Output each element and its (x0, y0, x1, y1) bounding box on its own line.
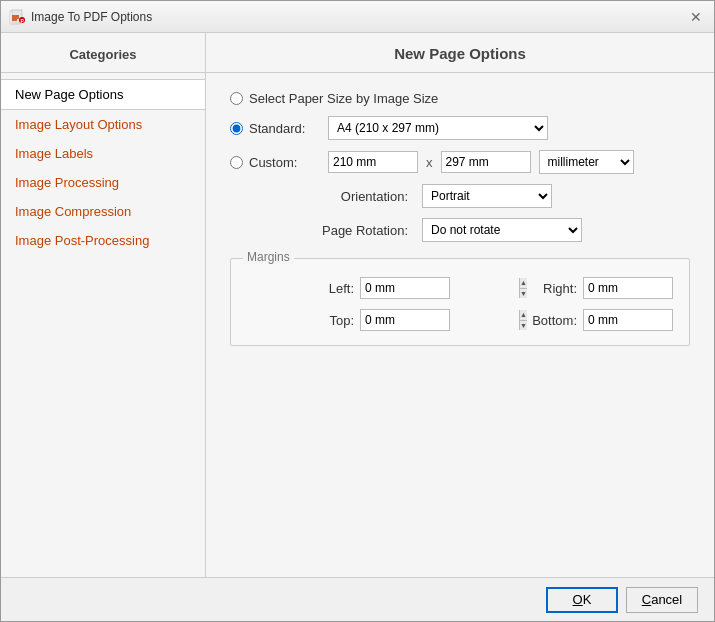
left-margin-input[interactable]: ▲ ▼ (360, 277, 450, 299)
standard-select[interactable]: A4 (210 x 297 mm) (328, 116, 548, 140)
window-title: Image To PDF Options (31, 10, 152, 24)
custom-row: Custom: ▲ ▼ x ▲ ▼ (230, 150, 690, 174)
app-icon: P (9, 9, 25, 25)
select-paper-radio[interactable] (230, 92, 243, 105)
orientation-select[interactable]: Portrait Landscape (422, 184, 552, 208)
custom-radio[interactable] (230, 156, 243, 169)
custom-label[interactable]: Custom: (230, 155, 320, 170)
title-bar-left: P Image To PDF Options (9, 9, 152, 25)
select-paper-text: Select Paper Size by Image Size (249, 91, 438, 106)
content-area: Categories New Page Options Image Layout… (1, 33, 714, 577)
bottom-margin-row: Bottom: ▲ ▼ (470, 309, 673, 331)
select-paper-label[interactable]: Select Paper Size by Image Size (230, 91, 438, 106)
cancel-label: Cancel (642, 592, 682, 607)
margins-title: Margins (243, 250, 294, 264)
bottom-margin-value[interactable] (584, 310, 714, 330)
sidebar-item-image-compression[interactable]: Image Compression (1, 197, 205, 226)
bottom-margin-label: Bottom: (532, 313, 577, 328)
top-margin-input[interactable]: ▲ ▼ (360, 309, 450, 331)
left-margin-row: Left: ▲ ▼ (247, 277, 450, 299)
ok-button[interactable]: OK (546, 587, 618, 613)
right-margin-label: Right: (539, 281, 577, 296)
title-bar: P Image To PDF Options ✕ (1, 1, 714, 33)
x-separator: x (426, 155, 433, 170)
standard-radio[interactable] (230, 122, 243, 135)
main-panel: New Page Options Select Paper Size by Im… (206, 33, 714, 577)
rotation-select[interactable]: Do not rotate 90 degrees 180 degrees 270… (422, 218, 582, 242)
right-margin-row: Right: ▲ ▼ (470, 277, 673, 299)
footer: OK Cancel (1, 577, 714, 621)
cancel-button[interactable]: Cancel (626, 587, 698, 613)
right-margin-input[interactable]: ▲ ▼ (583, 277, 673, 299)
ok-label: OK (573, 592, 592, 607)
standard-label[interactable]: Standard: (230, 121, 320, 136)
bottom-margin-input[interactable]: ▲ ▼ (583, 309, 673, 331)
sidebar-item-image-post-processing[interactable]: Image Post-Processing (1, 226, 205, 255)
margins-grid: Left: ▲ ▼ Right: (247, 277, 673, 331)
sidebar-item-new-page-options[interactable]: New Page Options (1, 79, 205, 110)
custom-width-input[interactable]: ▲ ▼ (328, 151, 418, 173)
sidebar-item-image-layout-options[interactable]: Image Layout Options (1, 110, 205, 139)
unit-select[interactable]: millimeter inch centimeter (539, 150, 634, 174)
page-rotation-row: Page Rotation: Do not rotate 90 degrees … (293, 218, 690, 242)
right-margin-value[interactable] (584, 278, 714, 298)
orientation-label: Orientation: (328, 189, 408, 204)
panel-body: Select Paper Size by Image Size Standard… (206, 73, 714, 577)
close-button[interactable]: ✕ (686, 7, 706, 27)
main-window: P Image To PDF Options ✕ Categories New … (0, 0, 715, 622)
sidebar-item-image-labels[interactable]: Image Labels (1, 139, 205, 168)
custom-height-input[interactable]: ▲ ▼ (441, 151, 531, 173)
left-margin-label: Left: (316, 281, 354, 296)
orientation-row: Orientation: Portrait Landscape (328, 184, 690, 208)
sidebar-title: Categories (1, 43, 205, 73)
sidebar-item-image-processing[interactable]: Image Processing (1, 168, 205, 197)
top-margin-label: Top: (316, 313, 354, 328)
select-paper-row: Select Paper Size by Image Size (230, 91, 690, 106)
standard-text: Standard: (249, 121, 305, 136)
page-rotation-label: Page Rotation: (293, 223, 408, 238)
custom-text: Custom: (249, 155, 297, 170)
top-margin-row: Top: ▲ ▼ (247, 309, 450, 331)
panel-title: New Page Options (206, 33, 714, 73)
standard-row: Standard: A4 (210 x 297 mm) (230, 116, 690, 140)
sidebar: Categories New Page Options Image Layout… (1, 33, 206, 577)
margins-section: Margins Left: ▲ ▼ (230, 258, 690, 346)
